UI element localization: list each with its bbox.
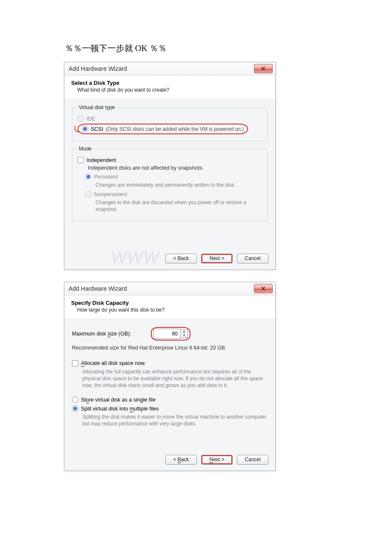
wizard-step-title: Select a Disk Type (71, 80, 268, 86)
titlebar: Add Hardware Wizard ✕ (64, 282, 275, 295)
close-icon[interactable]: ✕ (254, 64, 273, 73)
radio-single-file-label: Store virtual disk as a single file (81, 397, 156, 403)
button-bar: < Back Next > Cancel (64, 451, 275, 471)
checkbox-independent[interactable] (78, 157, 84, 163)
dialog-specify-disk-capacity: Add Hardware Wizard ✕ Specify Disk Capac… (64, 282, 276, 471)
radio-ide-label: IDE (86, 116, 95, 122)
radio-single-file[interactable] (72, 396, 78, 403)
window-title: Add Hardware Wizard (69, 65, 127, 72)
checkbox-independent-label: Independent (86, 157, 116, 163)
radio-persistent (85, 173, 92, 180)
wizard-step-title: Specify Disk Capacity (71, 300, 268, 306)
radio-scsi-label: SCSI (91, 126, 103, 132)
next-button[interactable]: Next > (201, 254, 233, 263)
disk-size-spinner[interactable]: ▲▼ (153, 329, 188, 339)
radio-scsi-note: (Only SCSI disks can be added while the … (106, 126, 244, 132)
titlebar: Add Hardware Wizard ✕ (64, 62, 275, 75)
max-disk-size-label: Maximum disk size (GB): (72, 331, 131, 337)
wizard-header: Specify Disk Capacity How large do you w… (64, 295, 275, 319)
back-button[interactable]: < Back (165, 254, 197, 263)
cancel-button[interactable]: Cancel (237, 254, 268, 263)
persistent-desc: Changes are immediately and permanently … (95, 182, 262, 188)
close-icon[interactable]: ✕ (254, 284, 273, 293)
page-heading: ％％一顿下一步就 OK ％％ (65, 43, 328, 54)
radio-multiple-files-label: Split virtual disk into multiple files (81, 406, 159, 412)
group-label: Mode (78, 146, 93, 152)
independent-note: Independent disks are not affected by sn… (88, 165, 262, 171)
group-label: Virtual disk type (78, 104, 116, 110)
radio-ide (78, 116, 84, 122)
wizard-header: Select a Disk Type What kind of disk do … (64, 75, 275, 99)
button-bar: < Back Next > Cancel (64, 249, 275, 269)
highlight-oval: ▲▼ (151, 327, 190, 341)
recommended-size: Recommended size for Red Hat Enterprise … (72, 345, 268, 351)
group-mode: Mode Independent Independent disks are n… (72, 146, 268, 221)
checkbox-allocate-now-label: Allocate all disk space now. (81, 360, 146, 366)
disk-size-input[interactable] (153, 329, 180, 339)
cancel-button[interactable]: Cancel (237, 455, 268, 465)
dialog-select-disk-type: WWW Add Hardware Wizard ✕ Select a Disk … (64, 62, 276, 270)
spinner-down-icon[interactable]: ▼ (181, 334, 187, 338)
radio-nonpersistent (85, 191, 92, 197)
radio-scsi[interactable] (82, 126, 88, 132)
wizard-step-subtitle: How large do you want this disk to be? (71, 307, 268, 313)
group-virtual-disk-type: Virtual disk type IDE SCSI (Only SCSI di… (72, 104, 268, 142)
next-button[interactable]: Next > (201, 455, 233, 465)
radio-multiple-files[interactable] (72, 405, 78, 412)
nonpersistent-desc: Changes to the disk are discarded when y… (95, 199, 262, 213)
highlight-oval: SCSI (Only SCSI disks can be added while… (78, 124, 248, 134)
window-title: Add Hardware Wizard (69, 285, 127, 292)
radio-nonpersistent-label: Nonpersistent (94, 191, 127, 197)
back-button[interactable]: < Back (165, 455, 197, 465)
wizard-step-subtitle: What kind of disk do you want to create? (71, 87, 268, 93)
multiple-files-desc: Splitting the disk makes it easier to mo… (82, 413, 268, 427)
radio-persistent-label: Persistent (94, 174, 118, 180)
checkbox-allocate-now[interactable] (72, 360, 78, 367)
allocate-desc: Allocating the full capacity can enhance… (82, 368, 268, 389)
